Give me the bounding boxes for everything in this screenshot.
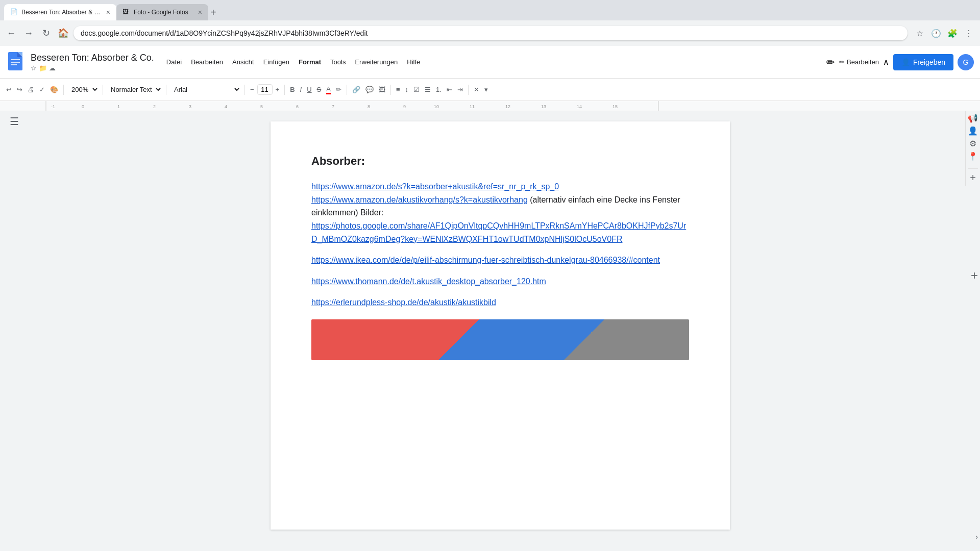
text-color-button[interactable]: A [324,83,333,97]
amazon-link-1-anchor[interactable]: https://www.amazon.de/s?k=absorber+akust… [311,182,559,191]
redo-button[interactable]: ↪ [15,83,24,97]
svg-text:12: 12 [505,104,510,109]
menu-datei[interactable]: Datei [162,56,186,68]
home-button[interactable]: 🏠 [56,26,70,40]
italic-button[interactable]: I [298,83,304,97]
doc-image [311,319,689,360]
docs-title-section: Besseren Ton: Absorber & Co. ☆ 📁 ☁ [31,53,154,72]
strikethrough-button[interactable]: S [315,83,324,97]
forward-button[interactable]: → [21,26,36,40]
font-select[interactable]: Arial Times New Roman [169,84,241,95]
toolbar-sep-8 [468,85,469,95]
tab-close-fotos[interactable]: × [198,8,202,16]
right-panel: 📢 👤 ⚙ 📍 + › [965,111,980,186]
docs-title-icons: ☆ 📁 ☁ [31,64,154,72]
menu-erweiterungen[interactable]: Erweiterungen [351,56,402,68]
right-panel-location-icon[interactable]: 📍 [968,152,978,161]
zoom-select[interactable]: 200% 150% 100% [67,84,100,95]
new-tab-button[interactable]: + [210,7,216,18]
photos-link-anchor[interactable]: https://photos.google.com/share/AF1QipOn… [311,221,686,243]
address-input[interactable] [74,26,908,40]
folder-icon[interactable]: 📁 [39,64,47,72]
docs-toolbar: ↩ ↪ 🖨 ✓ 🎨 200% 150% 100% Normaler Text Ü… [0,79,980,101]
edit-mode-icon[interactable]: ✏ [826,56,835,68]
extension-icon[interactable]: 🧩 [945,26,960,40]
align-button[interactable]: ≡ [394,83,402,97]
edit-mode-label: ✏ Bearbeiten [839,58,879,66]
reload-button[interactable]: ↻ [39,26,53,40]
star-icon[interactable]: ☆ [31,64,37,72]
right-panel-user-icon[interactable]: 👤 [968,126,978,136]
expand-btn[interactable]: ∧ [883,57,889,67]
link-button[interactable]: 🔗 [350,83,362,97]
toolbar-sep-3 [166,85,166,95]
menu-hilfe[interactable]: Hilfe [403,56,424,68]
cloud-icon[interactable]: ☁ [49,64,56,72]
toolbar-sep-2 [103,85,103,95]
menu-ansicht[interactable]: Ansicht [228,56,258,68]
checklist-button[interactable]: ☑ [411,83,422,97]
font-size-decrease[interactable]: − [248,83,256,97]
tab-close-docs[interactable]: × [106,8,110,16]
indent-more-button[interactable]: ⇥ [455,83,465,97]
menu-format[interactable]: Format [295,56,325,68]
line-spacing-button[interactable]: ↕ [403,83,411,97]
amazon-link-2-anchor[interactable]: https://www.amazon.de/akustikvorhang/s?k… [311,195,528,204]
tab-docs[interactable]: 📄 Besseren Ton: Absorber & Co. - × [4,4,116,20]
svg-text:7: 7 [332,104,334,109]
docs-right: ✏ ✏ Bearbeiten ∧ 👤 Freigeben G [826,54,974,70]
menu-tools[interactable]: Tools [326,56,350,68]
image-button[interactable]: 🖼 [377,83,387,97]
svg-text:4: 4 [225,104,227,109]
svg-rect-4 [11,62,20,63]
numbered-list-button[interactable]: 1. [434,83,444,97]
amazon-link-1[interactable]: https://www.amazon.de/s?k=absorber+akust… [311,180,689,193]
amazon-link-2-line: https://www.amazon.de/akustikvorhang/s?k… [311,193,689,219]
right-panel-collapse-icon[interactable]: › [975,533,978,541]
underline-button[interactable]: U [305,83,313,97]
avatar[interactable]: G [958,54,974,70]
more-button[interactable]: ▾ [482,83,490,97]
settings-icon[interactable]: ⋮ [962,26,976,40]
thomann-link-anchor[interactable]: https://www.thomann.de/de/t.akustik_desk… [311,277,546,286]
ikea-link-para: https://www.ikea.com/de/de/p/eilif-absch… [311,254,689,267]
bullet-list-button[interactable]: ☰ [423,83,433,97]
bold-button[interactable]: B [288,83,297,97]
svg-text:3: 3 [189,104,191,109]
menu-bearbeiten[interactable]: Bearbeiten [187,56,227,68]
bookmark-icon[interactable]: ☆ [913,26,927,40]
menu-einfuegen[interactable]: Einfügen [259,56,293,68]
svg-text:13: 13 [541,104,546,109]
add-icon[interactable]: + [971,268,978,283]
font-size-input[interactable] [257,84,273,95]
style-select[interactable]: Normaler Text Überschrift 1 Überschrift … [106,84,163,95]
svg-text:11: 11 [470,104,475,109]
print-button[interactable]: 🖨 [26,83,36,97]
tab-bar: 📄 Besseren Ton: Absorber & Co. - × 🖼 Fot… [0,0,980,20]
document-heading: Absorber: [311,152,689,170]
tab-fotos[interactable]: 🖼 Foto - Google Fotos × [116,4,208,20]
undo-button[interactable]: ↩ [4,83,14,97]
font-size-increase[interactable]: + [274,83,282,97]
docs-logo [6,52,27,72]
right-panel-expand-icon[interactable]: + [970,172,976,184]
indent-less-button[interactable]: ⇤ [445,83,454,97]
image-container [311,319,689,360]
erler-link-anchor[interactable]: https://erlerundpless-shop.de/de/akustik… [311,298,496,307]
spellcheck-button[interactable]: ✓ [37,83,47,97]
right-panel-notification-icon[interactable]: 📢 [968,113,978,123]
outline-icon[interactable]: ☰ [10,115,19,128]
docs-title: Besseren Ton: Absorber & Co. [31,53,154,63]
share-button[interactable]: 👤 Freigeben [893,54,953,70]
clear-format-button[interactable]: ✕ [472,83,481,97]
back-button[interactable]: ← [4,26,18,40]
svg-text:9: 9 [403,104,406,109]
right-panel-settings-icon[interactable]: ⚙ [969,139,976,148]
ikea-link-anchor[interactable]: https://www.ikea.com/de/de/p/eilif-absch… [311,256,660,264]
paint-format-button[interactable]: 🎨 [48,83,60,97]
comment-button[interactable]: 💬 [363,83,376,97]
history-icon[interactable]: 🕐 [929,26,943,40]
highlight-button[interactable]: ✏ [334,83,344,97]
tab-favicon-docs: 📄 [10,8,18,16]
svg-rect-3 [11,59,20,60]
